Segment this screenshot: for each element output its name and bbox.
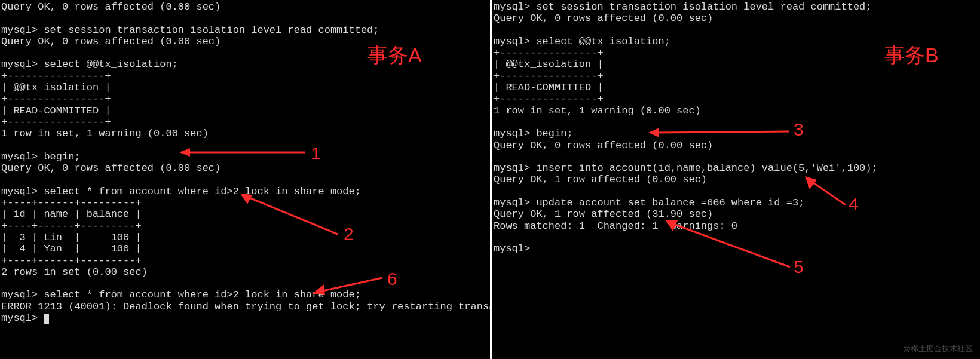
terminal-line: +----------------+	[494, 93, 604, 105]
terminal-line: +----------------+	[494, 70, 604, 82]
terminal-line: +----------------+	[1, 70, 111, 82]
terminal-line: | @@tx_isolation |	[494, 59, 604, 70]
terminal-line: Query OK, 0 rows affected (0.00 sec)	[1, 1, 220, 13]
terminal-line: | READ-COMMITTED |	[1, 105, 111, 116]
terminal-line: mysql> begin;	[494, 128, 573, 139]
terminal-line: mysql> select * from account where id>2 …	[1, 186, 361, 197]
terminal-line: 1 row in set, 1 warning (0.00 sec)	[1, 128, 209, 139]
terminal-line: ERROR 1213 (40001): Deadlock found when …	[1, 301, 525, 312]
terminal-prompt: mysql>	[494, 243, 536, 254]
terminal-pane-b[interactable]: mysql> set session transaction isolation…	[492, 0, 980, 359]
cursor-icon	[44, 314, 49, 324]
terminal-line: mysql> set session transaction isolation…	[1, 24, 379, 36]
terminal-line: +----+------+---------+	[1, 255, 142, 266]
terminal-line: 1 row in set, 1 warning (0.00 sec)	[494, 105, 701, 116]
terminal-line: | 3 | Lin | 100 |	[1, 232, 142, 243]
terminal-line: Query OK, 0 rows affected (0.00 sec)	[1, 36, 220, 47]
terminal-line: mysql> insert into account(id,name,balan…	[494, 162, 878, 174]
watermark: @稀土掘金技术社区	[903, 343, 973, 354]
terminal-line: | id | name | balance |	[1, 208, 142, 220]
terminal-line: mysql> select @@tx_isolation;	[1, 59, 178, 70]
terminal-line: Query OK, 0 rows affected (0.00 sec)	[494, 13, 713, 24]
terminal-line: mysql> begin;	[1, 151, 81, 162]
terminal-pane-a[interactable]: Query OK, 0 rows affected (0.00 sec) mys…	[0, 0, 492, 359]
terminal-line: mysql> select @@tx_isolation;	[494, 36, 670, 47]
terminal-line: Query OK, 0 rows affected (0.00 sec)	[1, 162, 220, 174]
terminal-line: +----------------+	[494, 47, 604, 59]
terminal-line: mysql> set session transaction isolation…	[494, 1, 872, 13]
terminal-line: | @@tx_isolation |	[1, 82, 111, 93]
terminal-line: +----+------+---------+	[1, 197, 142, 208]
terminal-line: Rows matched: 1 Changed: 1 Warnings: 0	[494, 220, 737, 232]
terminal-line: +----------------+	[1, 93, 111, 105]
terminal-line: Query OK, 1 row affected (0.00 sec)	[494, 174, 707, 185]
terminal-line: 2 rows in set (0.00 sec)	[1, 266, 148, 278]
terminal-line: +----------------+	[1, 116, 111, 128]
terminal-line: | 4 | Yan | 100 |	[1, 243, 142, 254]
terminal-line: Query OK, 0 rows affected (0.00 sec)	[494, 140, 713, 151]
terminal-line: +----+------+---------+	[1, 220, 142, 232]
terminal-prompt: mysql>	[1, 312, 44, 324]
terminal-line: mysql> update account set balance =666 w…	[494, 197, 804, 208]
terminal-line: mysql> select * from account where id>2 …	[1, 289, 361, 300]
terminal-line: | READ-COMMITTED |	[494, 82, 604, 93]
terminal-line: Query OK, 1 row affected (31.90 sec)	[494, 208, 713, 220]
